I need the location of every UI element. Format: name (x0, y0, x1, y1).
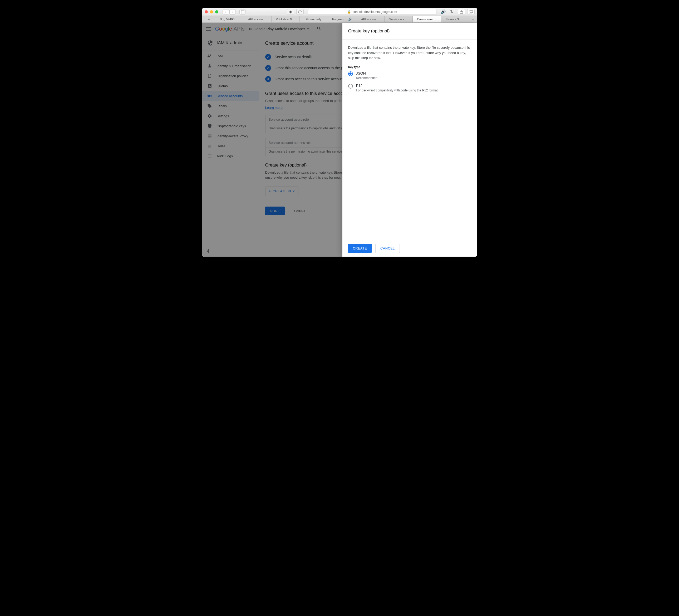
radio-icon (348, 84, 353, 89)
svg-rect-0 (241, 10, 245, 13)
new-tab-button[interactable]: + (469, 16, 477, 22)
tab-service[interactable]: Service acc… (385, 16, 413, 22)
tabs-icon[interactable] (467, 9, 475, 15)
create-key-panel: Create key (optional) Download a file th… (343, 23, 477, 257)
tab-api1[interactable]: API access… (244, 16, 271, 22)
browser-tabs: de Bug 59400:… API access… Publish to G…… (202, 16, 477, 23)
tab-fragmen[interactable]: Fragmen…🔊 (328, 16, 356, 22)
back-button[interactable]: ‹ (223, 9, 229, 14)
share-icon[interactable] (458, 9, 465, 15)
tab-stores[interactable]: Stores · Sm… (441, 16, 469, 22)
reload-icon[interactable]: ↻ (450, 9, 454, 14)
minimize-window-icon[interactable] (210, 10, 213, 13)
radio-p12[interactable]: P12 For backward compatibility with code… (348, 84, 472, 92)
tab-publish[interactable]: Publish to G… (271, 16, 300, 22)
create-button[interactable]: CREATE (348, 244, 372, 253)
close-window-icon[interactable] (205, 10, 208, 13)
extension-icon[interactable]: ◉ (287, 9, 294, 15)
svg-rect-3 (469, 11, 472, 13)
forward-button[interactable]: › (229, 9, 236, 14)
tab-create-service[interactable]: Create servi… (413, 16, 441, 22)
url-text: console.developers.google.com (353, 10, 397, 14)
radio-icon (348, 71, 353, 76)
panel-title: Create key (optional) (343, 23, 477, 40)
radio-label: P12 (356, 84, 438, 88)
window-titlebar: ‹ › ◉ ⓘ 🔒 console.developers.google.com … (202, 8, 477, 16)
panel-desc: Download a file that contains the privat… (348, 45, 472, 61)
tab-bug[interactable]: Bug 59400:… (215, 16, 244, 22)
radio-json[interactable]: JSON Recommended (348, 71, 472, 80)
audio-icon: 🔊 (348, 18, 352, 21)
cancel-button[interactable]: CANCEL (375, 244, 400, 253)
tab-grammarly[interactable]: Grammarly (300, 16, 328, 22)
tab-api2[interactable]: API access… (356, 16, 385, 22)
maximize-window-icon[interactable] (215, 10, 218, 13)
audio-icon[interactable]: 🔊 (441, 9, 446, 14)
svg-rect-4 (470, 10, 473, 13)
info-icon[interactable]: ⓘ (296, 9, 304, 15)
radio-sublabel: For backward compatibility with code usi… (356, 89, 438, 92)
address-bar[interactable]: 🔒 console.developers.google.com (308, 9, 437, 15)
radio-label: JSON (356, 71, 378, 75)
sidebar-toggle-icon[interactable] (239, 9, 246, 14)
lock-icon: 🔒 (347, 10, 351, 14)
radio-sublabel: Recommended (356, 76, 378, 80)
tab-de[interactable]: de (202, 16, 215, 22)
keytype-label: Key type (348, 65, 472, 68)
